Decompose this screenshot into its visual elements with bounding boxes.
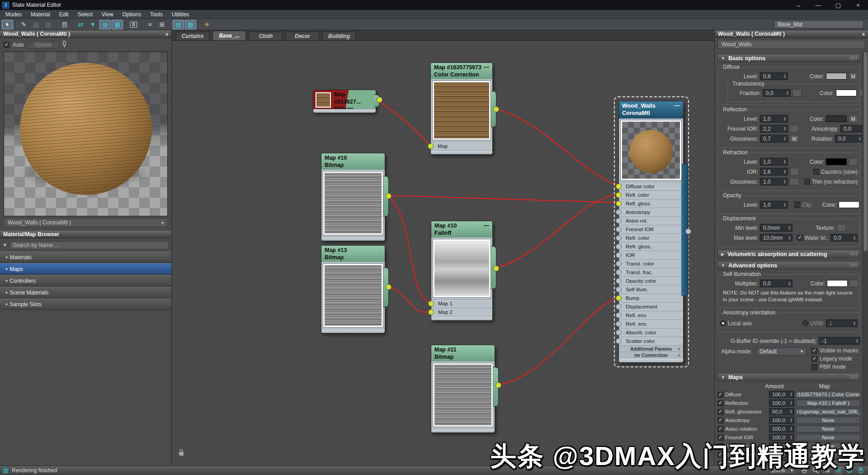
slot-refl-env[interactable]: Refl. env. [619, 311, 683, 319]
slot-refl-color[interactable]: Refl. color [619, 190, 683, 199]
fresnel-ior-map-button[interactable] [790, 125, 799, 133]
close-button[interactable]: × [848, 0, 868, 10]
material-name-input[interactable] [721, 41, 862, 48]
input-socket-icon[interactable] [616, 338, 622, 344]
menu-modes[interactable]: Modes [1, 11, 26, 18]
clip-checkbox[interactable] [794, 202, 800, 208]
caustics-checkbox[interactable] [813, 169, 819, 175]
input-socket-icon[interactable] [616, 227, 622, 233]
node-map10-bitmap[interactable]: Map #10 Bitmap [321, 153, 385, 241]
parameter-panel-header[interactable]: Wood_Walls ( CoronaMtl ) x [715, 30, 868, 38]
reflection-level-spinner[interactable]: 1,0▲▼ [760, 115, 788, 123]
input-socket-icon[interactable] [616, 287, 622, 293]
water-level-spinner[interactable]: 0,0▲▼ [830, 234, 858, 242]
map-enable-checkbox[interactable] [717, 426, 723, 432]
map-slot-button[interactable]: Map #10 ( Falloff ) [796, 399, 860, 407]
self-illum-color-swatch[interactable] [827, 280, 848, 287]
material-parameter-editor-button[interactable]: ▤ [173, 20, 184, 29]
slot-refr-gloss[interactable]: Refr. gloss. [619, 242, 683, 251]
rollout-maps[interactable]: ▼ Maps [717, 373, 860, 381]
self-illum-multiplier-spinner[interactable]: 0,0▲▼ [760, 280, 793, 287]
slot-transl-frac[interactable]: Transl. frac. [619, 268, 683, 276]
show-maps-in-viewport-button[interactable]: ▦ [112, 20, 123, 29]
map1-slot[interactable]: Map 1 [431, 299, 492, 308]
delete-selected-button[interactable] [59, 20, 70, 29]
input-socket-icon[interactable] [616, 270, 622, 276]
slot-fresnel-ior[interactable]: Fresnel IOR [619, 225, 683, 233]
output-socket-icon[interactable] [386, 193, 392, 199]
output-socket-icon[interactable] [495, 382, 501, 388]
input-socket-icon[interactable] [616, 252, 622, 258]
menu-select[interactable]: Select [73, 11, 97, 18]
menu-edit[interactable]: Edit [55, 11, 73, 18]
input-socket-icon[interactable] [616, 304, 622, 310]
local-axis-radio[interactable] [720, 320, 726, 326]
map-enable-checkbox[interactable] [717, 418, 723, 423]
preview-panel-header[interactable]: Wood_Walls ( CoronaMtl ) x [0, 30, 171, 38]
pick-from-object-button[interactable]: ✳ [201, 20, 212, 29]
alpha-mode-dropdown[interactable]: Default ▼ [756, 347, 807, 356]
tab-decor[interactable]: Decor [286, 32, 319, 40]
input-socket-icon[interactable] [616, 192, 622, 198]
slot-aniso-rot[interactable]: Aniso rot. [619, 216, 683, 225]
close-icon[interactable]: x [165, 31, 168, 37]
menu-tools[interactable]: Tools [146, 11, 167, 18]
input-socket-icon[interactable] [428, 309, 434, 315]
visible-in-masks-checkbox[interactable] [811, 348, 817, 354]
amount-spinner[interactable]: 50,0▲▼ [769, 408, 794, 415]
amount-spinner[interactable]: 100,0▲▼ [769, 391, 794, 398]
amount-spinner[interactable]: 100,0▲▼ [769, 399, 794, 407]
refr-glossiness-spinner[interactable]: 1,0▲▼ [760, 178, 788, 185]
search-input[interactable] [9, 241, 169, 249]
self-illum-map-button[interactable] [849, 280, 859, 287]
move-children-button[interactable]: ⇄ [75, 20, 86, 29]
tab-cloth[interactable]: Cloth [249, 32, 283, 40]
node-falloff[interactable]: — Map #10 Falloff Map 1 Map 2 [431, 221, 493, 321]
input-socket-icon[interactable] [616, 218, 622, 224]
diffuse-map-button[interactable]: M [849, 72, 858, 80]
select-tool-button[interactable] [2, 20, 13, 29]
input-socket-icon[interactable] [616, 261, 622, 267]
node-color-correction[interactable]: — Map #1635775973 Color Correction Map [430, 62, 493, 155]
node-map13-bitmap[interactable]: Map #13 Bitmap [321, 245, 385, 333]
browser-header[interactable]: Material/Map Browser [0, 231, 171, 238]
active-material-input[interactable] [777, 21, 860, 28]
diffuse-color-swatch[interactable] [826, 73, 847, 80]
output-socket-icon[interactable] [493, 106, 499, 112]
output-socket-icon[interactable] [377, 97, 382, 103]
maximize-button[interactable]: ▢ [828, 0, 848, 10]
refraction-ior-map-button[interactable] [790, 168, 799, 176]
slot-transl-color[interactable]: Transl. color [619, 259, 683, 268]
layout-children-button[interactable]: ≡ [144, 20, 156, 29]
pick-material-button[interactable]: ✎ [18, 20, 29, 29]
minimize-button[interactable]: — [808, 0, 828, 10]
category-sample-slots[interactable]: + Sample Slots [0, 299, 171, 310]
opacity-level-spinner[interactable]: 1,0▲▼ [760, 201, 788, 209]
active-material-combo[interactable] [774, 20, 863, 28]
slot-scatter-color[interactable]: Scatter color [619, 337, 683, 345]
category-materials[interactable]: + Materials [0, 252, 171, 263]
translucency-color-map-button[interactable] [859, 89, 863, 97]
input-socket-icon[interactable] [616, 184, 622, 190]
parameter-scrollbar[interactable] [863, 51, 868, 466]
output-socket-icon[interactable] [685, 228, 691, 234]
slot-anisotropy[interactable]: Anisotropy [619, 208, 683, 216]
output-socket-icon[interactable] [493, 266, 499, 271]
input-socket-icon[interactable] [616, 295, 622, 301]
map-enable-checkbox[interactable] [717, 392, 723, 398]
menu-view[interactable]: View [97, 11, 118, 18]
reflection-color-swatch[interactable] [826, 115, 847, 122]
additional-params-row[interactable]: Additional Params+ [619, 345, 683, 352]
hide-unused-slots-button[interactable]: ▼ [87, 20, 99, 29]
navigator-toggle-button[interactable]: ▦ [185, 20, 196, 29]
category-maps[interactable]: + Maps [0, 263, 171, 275]
refraction-ior-spinner[interactable]: 1,6▲▼ [760, 168, 788, 176]
tab-base[interactable]: Base_... [212, 31, 246, 40]
map-slot[interactable]: Map [431, 142, 492, 150]
disp-texture-button[interactable] [837, 224, 846, 232]
material-name-field[interactable] [717, 40, 865, 49]
menu-material[interactable]: Material [26, 11, 55, 18]
water-level-checkbox[interactable] [797, 235, 803, 241]
amount-spinner[interactable]: 100,0▲▼ [769, 425, 794, 432]
translucency-fraction-map-button[interactable] [793, 89, 802, 97]
